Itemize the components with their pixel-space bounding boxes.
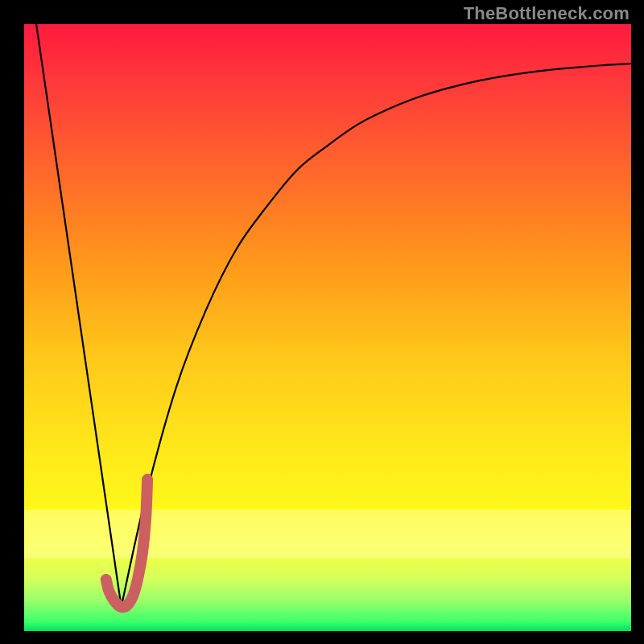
watermark-label: TheBottleneck.com	[464, 3, 630, 24]
bottleneck-chart	[0, 0, 644, 644]
chart-frame: TheBottleneck.com	[0, 0, 644, 644]
highlight-band	[24, 510, 631, 558]
